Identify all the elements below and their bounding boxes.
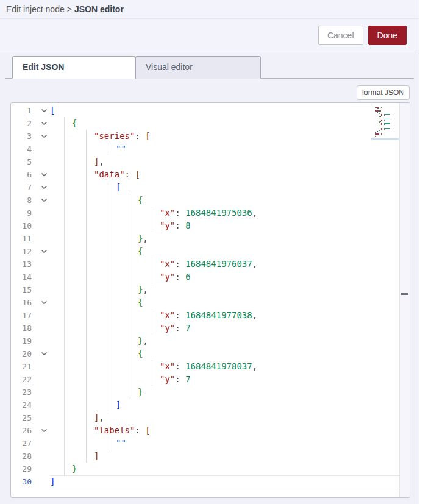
done-button[interactable]: Done xyxy=(368,26,407,45)
code-line[interactable]: 13"x": 1684841976037, xyxy=(11,258,410,271)
code-line[interactable]: 7[ xyxy=(11,181,410,194)
code-line[interactable]: 6"data": [ xyxy=(11,168,410,181)
code-content[interactable]: "x": 1684841976037, xyxy=(50,258,410,271)
line-number: 24 xyxy=(11,399,38,411)
line-number: 17 xyxy=(11,309,38,322)
indent-guide xyxy=(50,322,72,335)
dialog-button-bar: Cancel Done xyxy=(0,19,419,52)
code-line[interactable]: 28] xyxy=(11,450,410,463)
code-token: , xyxy=(99,413,104,422)
code-line[interactable]: 10"y": 8 xyxy=(11,219,410,232)
code-content[interactable]: [ xyxy=(50,104,410,117)
line-number: 20 xyxy=(11,347,38,360)
code-content[interactable]: ] xyxy=(50,399,410,411)
code-line[interactable]: 17"x": 1684841977038, xyxy=(11,309,410,322)
code-line[interactable]: 5], xyxy=(11,155,410,168)
code-line[interactable]: 12{ xyxy=(11,245,410,258)
code-content[interactable]: { xyxy=(50,296,410,309)
code-content[interactable]: { xyxy=(50,245,410,258)
fold-chevron-icon[interactable] xyxy=(38,194,50,207)
code-line[interactable]: 26"labels": [ xyxy=(11,424,410,437)
line-number: 9 xyxy=(11,207,38,219)
fold-chevron-icon[interactable] xyxy=(38,130,50,143)
code-content[interactable]: "data": [ xyxy=(50,168,410,181)
code-line[interactable]: 15}, xyxy=(11,283,410,296)
fold-chevron-icon[interactable] xyxy=(38,424,50,437)
code-content[interactable]: "x": 1684841975036, xyxy=(50,207,410,219)
tab-visual-editor[interactable]: Visual editor xyxy=(135,56,261,79)
code-content[interactable]: "" xyxy=(50,437,410,450)
code-line[interactable]: 25], xyxy=(11,411,410,424)
code-content[interactable]: "y": 7 xyxy=(50,322,410,335)
fold-spacer xyxy=(38,373,50,386)
code-content[interactable]: ], xyxy=(50,411,410,424)
code-token: 7 xyxy=(185,323,190,333)
fold-chevron-icon[interactable] xyxy=(38,296,50,309)
code-line[interactable]: 18"y": 7 xyxy=(11,322,410,335)
fold-chevron-icon[interactable] xyxy=(38,245,50,258)
code-content[interactable]: { xyxy=(50,347,410,360)
code-line[interactable]: 27"" xyxy=(11,437,410,450)
code-line[interactable]: 8{ xyxy=(11,194,410,207)
code-content[interactable]: } xyxy=(50,386,410,399)
code-line[interactable]: 2{ xyxy=(11,117,410,130)
code-line[interactable]: 22"y": 7 xyxy=(11,373,410,386)
code-line[interactable]: 3"series": [ xyxy=(11,130,410,143)
code-editor[interactable]: 1[2{3"series": [4""5],6"data": [7[8{9"x"… xyxy=(10,102,410,498)
code-content[interactable]: "labels": [ xyxy=(50,424,410,437)
minimap[interactable] xyxy=(371,105,399,140)
vertical-scrollbar[interactable] xyxy=(399,103,410,497)
indent-guide xyxy=(116,207,138,219)
line-number: 21 xyxy=(11,360,38,373)
code-content[interactable]: ] xyxy=(50,475,410,488)
code-token: 1684841975036 xyxy=(185,208,252,218)
fold-chevron-icon[interactable] xyxy=(38,117,50,130)
code-content[interactable]: [ xyxy=(50,181,410,194)
code-line[interactable]: 23} xyxy=(11,386,410,399)
fold-chevron-icon[interactable] xyxy=(38,104,50,117)
code-line[interactable]: 24] xyxy=(11,399,410,411)
code-content[interactable]: "y": 7 xyxy=(50,373,410,386)
fold-chevron-icon[interactable] xyxy=(38,181,50,194)
code-content[interactable]: "series": [ xyxy=(50,130,410,143)
indent-guide xyxy=(50,130,72,143)
code-line[interactable]: 16{ xyxy=(11,296,410,309)
code-token: ] xyxy=(116,400,121,410)
code-line[interactable]: 20{ xyxy=(11,347,410,360)
format-json-button[interactable]: format JSON xyxy=(357,85,410,100)
code-lines[interactable]: 1[2{3"series": [4""5],6"data": [7[8{9"x"… xyxy=(11,104,410,488)
code-content[interactable]: "x": 1684841978037, xyxy=(50,360,410,373)
code-content[interactable]: "y": 6 xyxy=(50,271,410,283)
code-content[interactable]: }, xyxy=(50,283,410,296)
code-content[interactable]: }, xyxy=(50,335,410,347)
code-line[interactable]: 14"y": 6 xyxy=(11,271,410,283)
code-content[interactable]: ] xyxy=(50,450,410,463)
breadcrumb-parent-link[interactable]: Edit inject node xyxy=(6,4,65,14)
fold-chevron-icon[interactable] xyxy=(38,168,50,181)
code-content[interactable]: "" xyxy=(50,143,410,155)
code-line[interactable]: 21"x": 1684841978037, xyxy=(11,360,410,373)
cancel-button[interactable]: Cancel xyxy=(318,26,363,45)
indent-guide xyxy=(138,207,160,219)
fold-spacer xyxy=(38,322,50,335)
code-content[interactable]: } xyxy=(50,463,410,475)
code-content[interactable]: }, xyxy=(50,232,410,245)
code-line[interactable]: 30] xyxy=(11,475,410,488)
fold-spacer xyxy=(38,360,50,373)
fold-chevron-icon[interactable] xyxy=(38,347,50,360)
code-line[interactable]: 4"" xyxy=(11,143,410,155)
indent-guide xyxy=(72,360,94,373)
code-content[interactable]: { xyxy=(50,194,410,207)
code-content[interactable]: "x": 1684841977038, xyxy=(50,309,410,322)
tab-edit-json[interactable]: Edit JSON xyxy=(12,56,135,79)
code-line[interactable]: 9"x": 1684841975036, xyxy=(11,207,410,219)
code-content[interactable]: "y": 8 xyxy=(50,219,410,232)
code-line[interactable]: 11}, xyxy=(11,232,410,245)
minimap-mark xyxy=(372,138,372,139)
code-line[interactable]: 1[ xyxy=(11,104,410,117)
code-content[interactable]: { xyxy=(50,117,410,130)
code-line[interactable]: 19}, xyxy=(11,335,410,347)
code-line[interactable]: 29} xyxy=(11,463,410,475)
code-content[interactable]: ], xyxy=(50,155,410,168)
code-token: "" xyxy=(116,144,126,154)
